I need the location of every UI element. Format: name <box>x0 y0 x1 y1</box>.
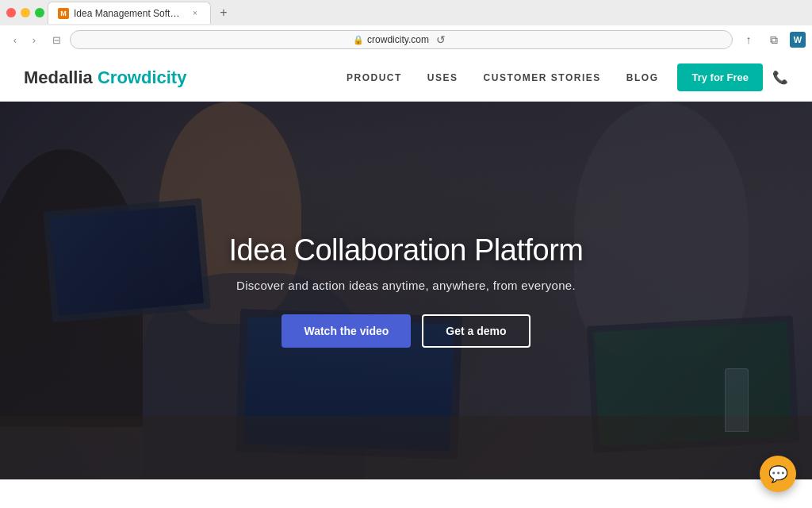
wordpress-icon[interactable]: W <box>790 32 806 48</box>
tab-bar: M Idea Management Software | Crowdicity … <box>0 0 812 25</box>
fullscreen-button[interactable]: ⧉ <box>763 29 785 51</box>
browser-chrome: M Idea Management Software | Crowdicity … <box>0 0 812 54</box>
minimize-window-btn[interactable] <box>21 8 30 17</box>
hero-title: Idea Collaboration Platform <box>229 233 584 267</box>
nav-blog[interactable]: BLOG <box>626 72 659 83</box>
nav-uses[interactable]: USES <box>427 72 458 83</box>
active-tab[interactable]: M Idea Management Software | Crowdicity … <box>48 2 211 24</box>
address-bar-row: ‹ › ⊟ 🔒 crowdicity.com ↺ ↑ ⧉ W <box>0 25 812 54</box>
forward-button[interactable]: › <box>25 31 43 48</box>
try-for-free-button[interactable]: Try for Free <box>677 64 763 91</box>
nav-customer-stories[interactable]: CUSTOMER STORIES <box>484 72 601 83</box>
reload-button[interactable]: ↺ <box>432 31 450 48</box>
logo-medallia: Medallia <box>24 67 93 87</box>
new-tab-button[interactable]: + <box>214 3 233 22</box>
back-button[interactable]: ‹ <box>6 31 24 48</box>
nav-buttons: ‹ › <box>6 31 43 48</box>
logo-crowdicity: Crowdicity <box>98 67 186 87</box>
watch-video-button[interactable]: Watch the video <box>282 314 411 348</box>
window-controls <box>6 8 44 17</box>
nav-links: PRODUCT USES CUSTOMER STORIES BLOG <box>347 72 658 83</box>
hero-subtitle: Discover and action ideas anytime, anywh… <box>229 279 584 292</box>
chat-icon: 💬 <box>768 464 788 483</box>
sidebar-icon: ⊟ <box>52 34 61 46</box>
share-button[interactable]: ↑ <box>737 29 760 51</box>
tab-favicon: M <box>58 8 69 19</box>
website-content: Medallia Crowdicity PRODUCT USES CUSTOME… <box>0 54 812 479</box>
get-demo-button[interactable]: Get a demo <box>422 314 530 348</box>
tab-close-btn[interactable]: × <box>190 8 201 19</box>
lock-icon: 🔒 <box>353 35 364 45</box>
hero-section: Idea Collaboration Platform Discover and… <box>0 102 812 479</box>
phone-icon[interactable]: 📞 <box>772 70 788 85</box>
maximize-window-btn[interactable] <box>35 8 44 17</box>
navbar: Medallia Crowdicity PRODUCT USES CUSTOME… <box>0 54 812 102</box>
hero-content: Idea Collaboration Platform Discover and… <box>213 217 599 364</box>
hero-buttons: Watch the video Get a demo <box>229 314 584 348</box>
browser-actions: ↑ ⧉ <box>737 29 785 51</box>
logo[interactable]: Medallia Crowdicity <box>24 67 186 88</box>
tab-title: Idea Management Software | Crowdicity <box>74 8 185 19</box>
close-window-btn[interactable] <box>6 8 16 17</box>
sidebar-button[interactable]: ⊟ <box>48 31 65 48</box>
url-text: crowdicity.com <box>367 34 429 45</box>
nav-product[interactable]: PRODUCT <box>347 72 402 83</box>
chat-bubble[interactable]: 💬 <box>760 456 796 492</box>
address-bar[interactable]: 🔒 crowdicity.com ↺ <box>70 30 733 49</box>
